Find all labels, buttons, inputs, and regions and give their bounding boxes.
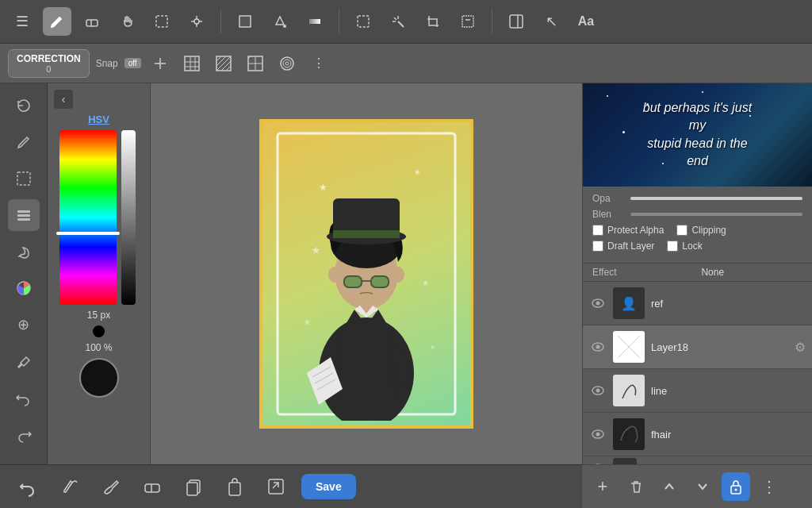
- eyedropper-side-icon[interactable]: [8, 345, 40, 377]
- fill-rect-icon[interactable]: [231, 7, 259, 36]
- magic-wand-icon[interactable]: [384, 7, 412, 36]
- color-gradient-container[interactable]: [59, 130, 139, 305]
- opacity-prop-label: Opa: [592, 193, 624, 204]
- export-button[interactable]: [260, 471, 292, 502]
- more-layer-options-icon[interactable]: ⋮: [755, 472, 783, 501]
- color-panel: ‹ HSV 15 px 100 %: [48, 83, 151, 464]
- layers-panel-icon[interactable]: [8, 199, 40, 231]
- edit-icon[interactable]: [8, 126, 40, 158]
- paste-button[interactable]: [219, 471, 251, 502]
- lasso-select-icon[interactable]: [349, 7, 377, 36]
- protect-alpha-checkbox[interactable]: Protect Alpha: [592, 225, 664, 236]
- layer-visibility-ref[interactable]: [589, 294, 607, 312]
- opacity-slider[interactable]: [630, 197, 802, 200]
- current-color-swatch[interactable]: [79, 358, 119, 398]
- layer-item-line[interactable]: line: [583, 369, 812, 413]
- move-layer-down-button[interactable]: [688, 472, 717, 501]
- text-tool-icon[interactable]: Aa: [572, 7, 600, 36]
- select-cursor-icon[interactable]: ↖: [537, 7, 565, 36]
- layer-item-fhair[interactable]: fhair: [583, 413, 812, 456]
- artwork-canvas[interactable]: ★ ★ ★ ★ ★ ★: [262, 122, 470, 425]
- menu-icon[interactable]: ☰: [8, 7, 36, 36]
- second-toolbar: CORRECTION 0 Snap off ⋮: [0, 44, 812, 83]
- color-mode-label[interactable]: HSV: [88, 114, 109, 125]
- clipping-checkbox[interactable]: Clipping: [676, 225, 726, 236]
- copy-layer-button[interactable]: [178, 471, 209, 502]
- lock-input[interactable]: [667, 241, 678, 252]
- panel-toggle-icon[interactable]: [502, 7, 530, 36]
- star-3: [702, 91, 703, 93]
- draft-layer-checkbox[interactable]: Draft Layer: [592, 241, 654, 252]
- history-icon[interactable]: [8, 90, 40, 121]
- svg-text:★: ★: [430, 344, 435, 351]
- cross-lines-icon[interactable]: [243, 51, 268, 76]
- color-wheel-icon[interactable]: [8, 272, 40, 304]
- hand-tool-icon[interactable]: [113, 7, 141, 36]
- paint-bucket-icon[interactable]: [266, 7, 294, 36]
- grid-lines-icon[interactable]: [147, 51, 173, 76]
- layer-item-partial[interactable]: [583, 456, 812, 464]
- layer-visibility-line[interactable]: [589, 382, 607, 399]
- concentric-icon[interactable]: [274, 51, 300, 76]
- select-rect-icon[interactable]: [147, 7, 176, 36]
- crop-tool-icon[interactable]: [419, 7, 447, 36]
- undo-button[interactable]: [13, 471, 44, 502]
- svg-rect-2: [156, 16, 167, 27]
- svg-rect-43: [17, 218, 30, 221]
- layer-thumb-layer18: [613, 331, 645, 363]
- svg-point-3: [194, 19, 199, 24]
- pen-adjust-button[interactable]: [54, 471, 86, 502]
- collapse-panel-button[interactable]: ‹: [54, 90, 73, 109]
- more-options-icon[interactable]: ⋮: [306, 51, 331, 76]
- svg-rect-18: [510, 15, 523, 28]
- pencil-tool-icon[interactable]: [43, 7, 71, 36]
- gradient-tool-icon[interactable]: [301, 7, 329, 36]
- svg-line-32: [226, 66, 231, 71]
- right-panel: but perhaps it's just my stupid head in …: [582, 83, 812, 464]
- layer-item-ref[interactable]: 👤 ref: [583, 282, 812, 325]
- filter-icon[interactable]: [454, 7, 482, 36]
- effect-label: Effect: [592, 267, 616, 278]
- svg-rect-60: [371, 276, 389, 287]
- svg-rect-41: [17, 210, 30, 213]
- grid-dots-icon[interactable]: [179, 51, 205, 76]
- sticker-icon[interactable]: ⊕: [8, 309, 40, 341]
- eraser-bottom-button[interactable]: [136, 471, 168, 502]
- svg-point-9: [283, 25, 286, 28]
- eraser-tool-icon[interactable]: [78, 7, 106, 36]
- move-layer-up-button[interactable]: [655, 472, 684, 501]
- blend-row: Blen: [592, 209, 802, 220]
- transform-icon[interactable]: [182, 7, 211, 36]
- correction-badge[interactable]: CORRECTION 0: [8, 49, 90, 78]
- blend-slider[interactable]: [630, 213, 802, 216]
- draft-layer-input[interactable]: [592, 241, 603, 252]
- snap-toggle[interactable]: off: [124, 58, 141, 68]
- layer-visibility-fhair[interactable]: [589, 425, 607, 443]
- delete-layer-button[interactable]: [622, 472, 650, 501]
- toolbar-divider-1: [220, 10, 221, 33]
- canvas-area[interactable]: ★ ★ ★ ★ ★ ★: [151, 83, 582, 464]
- brush-tool-button[interactable]: [95, 471, 127, 502]
- svg-line-91: [273, 483, 278, 488]
- select-tool-icon[interactable]: [8, 163, 40, 194]
- preview-image: but perhaps it's just my stupid head in …: [583, 83, 812, 187]
- lock-layer-button[interactable]: [722, 472, 750, 501]
- toolbar-divider-2: [339, 10, 339, 33]
- lock-checkbox[interactable]: Lock: [667, 241, 702, 252]
- add-layer-button[interactable]: +: [588, 472, 617, 501]
- protect-alpha-label: Protect Alpha: [607, 225, 664, 236]
- layer-visibility-layer18[interactable]: [589, 338, 607, 356]
- layer-settings-icon[interactable]: ⚙: [795, 340, 806, 355]
- protect-alpha-input[interactable]: [592, 225, 603, 236]
- save-button[interactable]: Save: [301, 474, 356, 499]
- undo-side-icon[interactable]: [8, 382, 40, 414]
- draft-layer-label: Draft Layer: [607, 241, 654, 252]
- diagonal-lines-icon[interactable]: [211, 51, 236, 76]
- clipping-input[interactable]: [676, 225, 688, 236]
- redo-side-icon[interactable]: [8, 418, 40, 450]
- svg-text:★: ★: [414, 167, 421, 176]
- brush-settings-icon[interactable]: [8, 236, 40, 267]
- svg-point-61: [328, 267, 341, 283]
- layer-item-layer18[interactable]: Layer18 ⚙: [583, 325, 812, 369]
- main-area: ⊕ ‹ HSV 15 px 100 %: [0, 83, 812, 464]
